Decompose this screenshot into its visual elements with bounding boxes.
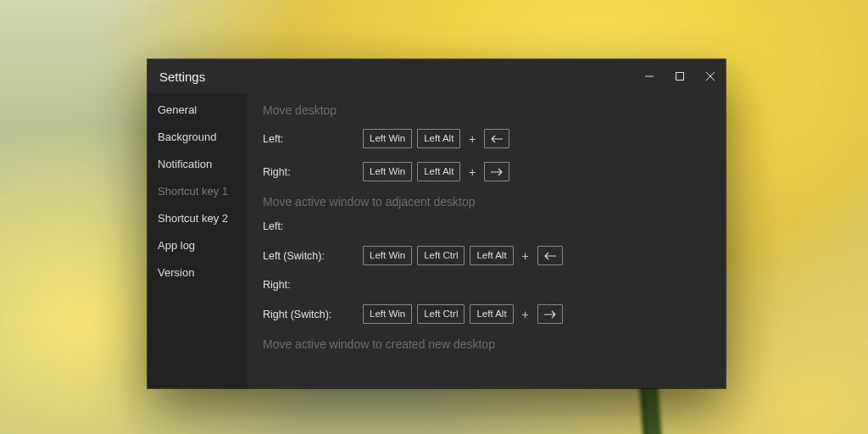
sidebar-item-background[interactable]: Background	[147, 124, 248, 151]
keys-right-switch: Left Win Left Ctrl Left Alt +	[363, 304, 563, 324]
sidebar-item-notification[interactable]: Notification	[147, 151, 248, 178]
minimize-button[interactable]	[634, 59, 665, 93]
label-left: Left:	[263, 220, 363, 232]
row-move-window-left: Left:	[263, 220, 705, 232]
maximize-button[interactable]	[665, 59, 695, 93]
key-left-alt[interactable]: Left Alt	[417, 162, 460, 181]
key-left-alt[interactable]: Left Alt	[470, 304, 513, 324]
window-body: General Background Notification Shortcut…	[147, 93, 726, 388]
key-left-alt[interactable]: Left Alt	[417, 129, 460, 148]
keys-move-desktop-right: Left Win Left Alt +	[363, 162, 509, 181]
arrow-right-icon	[544, 310, 556, 319]
key-left-ctrl[interactable]: Left Ctrl	[417, 304, 465, 324]
close-icon	[706, 72, 715, 81]
sidebar-item-app-log[interactable]: App log	[147, 232, 248, 259]
sidebar: General Background Notification Shortcut…	[147, 93, 248, 388]
row-move-desktop-left: Left: Left Win Left Alt +	[263, 129, 705, 148]
close-button[interactable]	[695, 59, 726, 93]
key-arrow-right[interactable]	[484, 162, 509, 181]
key-arrow-left[interactable]	[537, 246, 563, 265]
key-arrow-left[interactable]	[484, 129, 509, 148]
section-title-move-desktop: Move desktop	[263, 103, 705, 117]
plus-icon: +	[465, 165, 479, 179]
arrow-right-icon	[491, 168, 503, 176]
minimize-icon	[645, 72, 654, 81]
sidebar-item-general[interactable]: General	[147, 97, 248, 124]
label-right-switch: Right (Switch):	[263, 309, 363, 320]
section-title-move-window-new: Move active window to created new deskto…	[263, 337, 705, 351]
plus-icon: +	[519, 308, 532, 321]
content-scroll[interactable]: Move desktop Left: Left Win Left Alt +	[248, 93, 717, 388]
label-right: Right:	[263, 279, 363, 291]
key-left-win[interactable]: Left Win	[363, 304, 412, 324]
content-wrap: Move desktop Left: Left Win Left Alt +	[248, 93, 726, 388]
key-left-win[interactable]: Left Win	[363, 246, 412, 265]
titlebar[interactable]: Settings	[147, 59, 726, 93]
sidebar-item-version[interactable]: Version	[147, 259, 248, 287]
label-left: Left:	[263, 133, 363, 145]
arrow-left-icon	[491, 135, 503, 143]
svg-rect-0	[676, 73, 684, 81]
arrow-left-icon	[544, 252, 556, 260]
row-move-window-left-switch: Left (Switch): Left Win Left Ctrl Left A…	[263, 246, 705, 265]
window-title: Settings	[159, 70, 205, 84]
plus-icon: +	[519, 249, 532, 263]
row-move-window-right: Right:	[263, 279, 705, 291]
keys-move-desktop-left: Left Win Left Alt +	[363, 129, 509, 148]
section-title-move-window: Move active window to adjacent desktop	[263, 195, 705, 209]
row-move-window-right-switch: Right (Switch): Left Win Left Ctrl Left …	[263, 304, 705, 324]
keys-left-switch: Left Win Left Ctrl Left Alt +	[363, 246, 563, 265]
window-controls	[634, 59, 726, 93]
key-left-alt[interactable]: Left Alt	[470, 246, 513, 265]
row-move-desktop-right: Right: Left Win Left Alt +	[263, 162, 705, 181]
maximize-icon	[676, 72, 684, 81]
sidebar-item-shortcut-key-1[interactable]: Shortcut key 1	[147, 178, 248, 205]
key-arrow-right[interactable]	[537, 304, 563, 324]
settings-window: Settings General Background Notification…	[147, 59, 726, 388]
label-left-switch: Left (Switch):	[263, 250, 363, 262]
key-left-win[interactable]: Left Win	[363, 129, 412, 148]
desktop-wallpaper: Settings General Background Notification…	[0, 0, 868, 434]
plus-icon: +	[465, 132, 479, 146]
label-right: Right:	[263, 166, 363, 178]
scroll-spacer	[263, 363, 705, 388]
sidebar-item-shortcut-key-2[interactable]: Shortcut key 2	[147, 205, 248, 232]
key-left-ctrl[interactable]: Left Ctrl	[417, 246, 465, 265]
key-left-win[interactable]: Left Win	[363, 162, 412, 181]
